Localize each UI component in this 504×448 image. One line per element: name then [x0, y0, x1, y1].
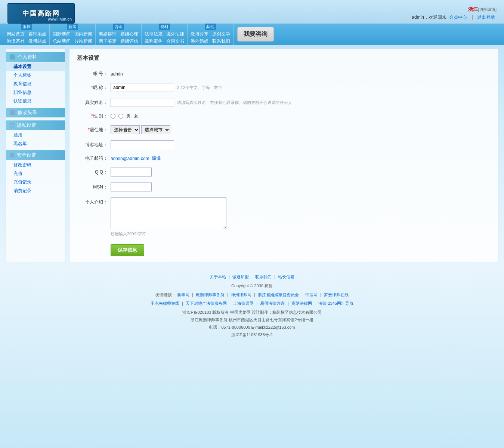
city-switch[interactable]: [切换城市]	[478, 7, 497, 12]
nav-contact-us[interactable]: 联系我们	[211, 38, 231, 45]
gender-male-label: 男	[126, 113, 131, 119]
nav-weibo-share[interactable]: 微博分享	[190, 31, 209, 38]
nav-original-lit[interactable]: 原创文学	[211, 31, 231, 38]
friend-shenzhoulaw[interactable]: 神州律师网	[231, 292, 251, 297]
friend-xinhua[interactable]: 新华网	[177, 292, 189, 297]
footer-about[interactable]: 关于本站	[210, 274, 226, 279]
friend-wangke[interactable]: 王克先律师在线	[151, 301, 179, 306]
intro-label: 个人介绍：	[77, 197, 111, 205]
blog-input[interactable]	[111, 140, 174, 149]
nav-row-1: 网站首页 咨询地点	[6, 31, 47, 38]
footer-icp-2: 浙ICP备11061933号-2	[4, 331, 500, 339]
city-line: 浙江[切换城市]	[468, 6, 497, 13]
person-icon	[10, 54, 15, 59]
realname-row: 真实姓名： 请填写真实姓名，方便我们联系你。你的资料不会透露给任何人	[77, 98, 491, 107]
sidebar-item-recharge-history[interactable]: 充值记录	[6, 178, 65, 187]
sidebar-item-education[interactable]: 教育信息	[6, 80, 65, 88]
sidebar-item-career[interactable]: 职业信息	[6, 88, 65, 97]
email-edit-link[interactable]: 编辑	[152, 155, 161, 162]
content-area: 基本设置 帐 号： admin *昵 称： 3-12个中文、字母、数字 真实姓名…	[69, 49, 498, 262]
sidebar-item-verify[interactable]: 认证信息	[6, 97, 65, 105]
friend-qianheng[interactable]: 乾衡律师事务所	[196, 292, 225, 297]
nav-row-5: 离婚咨询 婚姻心理	[98, 31, 139, 38]
consult-button[interactable]: 我要咨询	[237, 27, 274, 42]
friend-falv2345[interactable]: 法律-2345网址导航	[318, 301, 353, 306]
city-select[interactable]: 选择城市	[141, 125, 170, 134]
sidebar-item-personal-tags[interactable]: 个人标签	[6, 71, 65, 80]
nav-hk-tea[interactable]: 港澳茶社	[6, 38, 25, 45]
sidebar-section-security: 安全设置	[6, 150, 65, 160]
province-select[interactable]: 选择省份	[111, 125, 140, 134]
footer-phone: 电话：0571-88006000 E-mail:kz222@163.com	[4, 324, 500, 331]
nav-laws[interactable]: 法律法规	[144, 31, 163, 38]
nav-section-banкu: 版块 网站首页 咨询地点 港澳茶社 微博站点	[4, 24, 50, 45]
footer: 关于本站 ｜ 诚邀加盟 ｜ 联系我们 ｜ 站长信箱 Copyright © 20…	[0, 266, 504, 344]
account-label: 帐 号：	[77, 71, 111, 77]
nav-row-7: 法律法规 境外法律	[144, 31, 185, 38]
nav-foreign-marriage[interactable]: 涉外婚姻	[190, 38, 209, 45]
nav-intl-news[interactable]: 国际新闻	[52, 31, 71, 38]
sidebar-section-avatar[interactable]: 修改头像	[6, 108, 65, 117]
friend-zhejiang-marriage[interactable]: 浙江省婚姻家庭委员会	[258, 292, 299, 297]
nav-divorce-consult[interactable]: 离婚咨询	[98, 31, 117, 38]
footer-copyright: Copyright © 2000 柯昌	[4, 282, 500, 290]
nav-consult-spot[interactable]: 咨询地点	[28, 31, 47, 38]
footer-mailbox[interactable]: 站长信箱	[278, 274, 294, 279]
sidebar-item-change-password[interactable]: 修改密码	[6, 161, 65, 169]
user-greeting: admin，欢迎回来	[412, 15, 446, 20]
nav-marriage-psych[interactable]: 婚姻心理	[120, 31, 139, 38]
gender-female-label: 女	[134, 113, 138, 119]
friend-shanghai-law[interactable]: 上海律师网	[233, 301, 254, 306]
sidebar-item-basic-settings[interactable]: 基本设置	[6, 62, 65, 71]
realname-label: 真实姓名：	[77, 99, 111, 106]
city-name[interactable]: 浙江	[468, 6, 478, 12]
main-container: 个人资料 基本设置 个人标签 教育信息 职业信息 认证信息 修改头像 隐私设置 …	[6, 49, 498, 262]
member-center-link[interactable]: 会员中心	[449, 15, 467, 20]
site-logo[interactable]: 中国高路网 www.lihun.cn	[7, 3, 75, 24]
intro-textarea[interactable]	[111, 197, 226, 229]
gender-label: *性 别：	[77, 113, 111, 119]
footer-address: 浙江乾衡律师事务所 杭州市西湖区天目山路七号东海宾馆2号楼一楼	[4, 316, 500, 324]
friend-zhongfa[interactable]: 中法网	[305, 292, 318, 297]
sidebar-item-privacy-general[interactable]: 通用	[6, 131, 65, 139]
nav-branch-news[interactable]: 分站新闻	[74, 38, 93, 45]
nav-main-news[interactable]: 总站新闻	[52, 38, 71, 45]
sidebar-item-blacklist[interactable]: 黑名单	[6, 139, 65, 148]
sidebar-security-title: 安全设置	[17, 152, 36, 159]
nav-row-8: 裁判案例 合同文书	[144, 38, 185, 45]
gender-radio-2[interactable]	[118, 114, 123, 119]
friend-luoyun[interactable]: 罗云律师在线	[324, 292, 349, 297]
nav-website-home[interactable]: 网站首页	[6, 31, 25, 38]
nav-label-data: 资料	[159, 24, 170, 30]
nav-label-other: 其他	[205, 24, 216, 30]
nav-row-2: 港澳茶社 微博站点	[6, 38, 47, 45]
lock-icon	[10, 123, 14, 128]
msn-input[interactable]	[111, 182, 152, 191]
footer-contact[interactable]: 联系我们	[255, 274, 272, 279]
realname-input[interactable]	[111, 98, 174, 107]
nav-domestic-news[interactable]: 国内新闻	[74, 31, 93, 38]
save-button[interactable]: 保存信息	[111, 244, 144, 256]
sidebar-item-recharge[interactable]: 充值	[6, 169, 65, 178]
nav-marriage-eval[interactable]: 婚姻评估	[120, 38, 139, 45]
footer-join[interactable]: 诚邀加盟	[232, 274, 249, 279]
friend-yichang[interactable]: 易倡法律方舟	[260, 301, 285, 306]
gender-group: 男 女	[111, 113, 138, 119]
blog-row: 博客地址：	[77, 140, 491, 149]
sidebar-item-expense-history[interactable]: 消费记录	[6, 187, 65, 195]
sidebar-avatar-title: 修改头像	[18, 109, 37, 116]
nav-foreign-law[interactable]: 境外法律	[166, 31, 185, 38]
gender-radio-1[interactable]	[111, 114, 115, 119]
nav-weibo-site[interactable]: 微博站点	[28, 38, 47, 45]
nav-cases[interactable]: 裁判案例	[144, 38, 163, 45]
nav-paternity[interactable]: 亲子鉴定	[98, 38, 117, 45]
qq-input[interactable]	[111, 168, 152, 177]
nav-contracts[interactable]: 合同文书	[166, 38, 185, 45]
nickname-input[interactable]	[111, 83, 174, 92]
logo-area: 中国高路网 www.lihun.cn	[7, 3, 75, 24]
logout-link[interactable]: 退出登录	[477, 15, 495, 20]
friend-gaona[interactable]: 高纳法律网	[291, 301, 312, 306]
shield-icon	[10, 153, 14, 158]
blog-label: 博客地址：	[77, 142, 111, 148]
friend-tianxia[interactable]: 天下房地产法律服务网	[186, 301, 227, 306]
